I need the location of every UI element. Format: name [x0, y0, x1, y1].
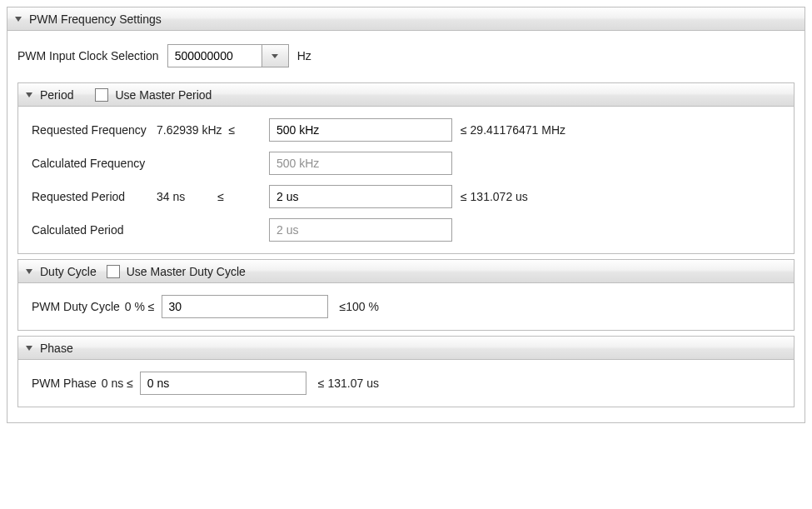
clock-input[interactable] — [168, 45, 262, 67]
duty-cycle-title: Duty Cycle — [40, 265, 97, 278]
period-body: Requested Frequency 7.62939 kHz ≤ ≤ 29.4… — [18, 107, 794, 253]
use-master-duty-checkbox[interactable] — [107, 265, 120, 278]
requested-period-label: Requested Period — [32, 190, 157, 203]
use-master-period-checkbox[interactable] — [95, 88, 108, 102]
calculated-period-row: Calculated Period — [32, 218, 780, 242]
requested-period-input[interactable] — [269, 185, 452, 208]
phase-row: PWM Phase 0 ns ≤ ≤ 131.07 us — [32, 372, 780, 395]
pwm-frequency-settings-title: PWM Frequency Settings — [29, 12, 162, 26]
duty-cycle-body: PWM Duty Cycle 0 % ≤ ≤100 % — [18, 283, 794, 330]
calculated-frequency-row: Calculated Frequency — [32, 152, 780, 175]
duty-cycle-min: 0 % ≤ — [125, 300, 155, 313]
duty-cycle-row: PWM Duty Cycle 0 % ≤ ≤100 % — [32, 295, 780, 318]
pwm-frequency-settings-body: PWM Input Clock Selection Hz Period Use … — [7, 31, 805, 422]
caret-down-icon — [14, 15, 22, 23]
svg-marker-3 — [26, 269, 32, 274]
caret-down-icon — [25, 344, 33, 352]
period-header[interactable]: Period Use Master Period — [18, 83, 794, 107]
calculated-frequency-value — [269, 152, 452, 175]
phase-body: PWM Phase 0 ns ≤ ≤ 131.07 us — [18, 360, 794, 407]
requested-frequency-row: Requested Frequency 7.62939 kHz ≤ ≤ 29.4… — [32, 118, 780, 142]
clock-label: PWM Input Clock Selection — [17, 49, 159, 62]
svg-marker-4 — [26, 346, 32, 351]
clock-row: PWM Input Clock Selection Hz — [17, 44, 795, 67]
duty-cycle-max: ≤100 % — [340, 300, 379, 313]
requested-period-min: 34 ns ≤ — [157, 190, 269, 203]
clock-dropdown-button[interactable] — [262, 45, 288, 67]
svg-marker-0 — [15, 17, 22, 22]
caret-down-icon — [25, 91, 33, 99]
duty-cycle-input[interactable] — [162, 295, 328, 318]
requested-frequency-input[interactable] — [269, 118, 452, 142]
period-panel: Period Use Master Period Requested Frequ… — [17, 82, 795, 254]
phase-title: Phase — [40, 342, 73, 355]
pwm-frequency-settings-panel: PWM Frequency Settings PWM Input Clock S… — [7, 7, 805, 423]
caret-down-icon — [25, 267, 33, 276]
calculated-period-label: Calculated Period — [32, 223, 157, 237]
requested-period-max: ≤ 131.072 us — [452, 190, 528, 203]
svg-marker-1 — [271, 54, 278, 58]
phase-min: 0 ns ≤ — [102, 377, 133, 390]
pwm-frequency-settings-header[interactable]: PWM Frequency Settings — [7, 7, 805, 31]
clock-combo[interactable] — [167, 44, 289, 67]
duty-cycle-label: PWM Duty Cycle — [32, 300, 120, 313]
requested-frequency-min: 7.62939 kHz ≤ — [157, 123, 269, 137]
calculated-period-value — [269, 218, 452, 242]
calculated-frequency-label: Calculated Frequency — [32, 157, 157, 170]
phase-max: ≤ 131.07 us — [318, 377, 379, 390]
requested-frequency-label: Requested Frequency — [32, 123, 157, 137]
phase-panel: Phase PWM Phase 0 ns ≤ ≤ 131.07 us — [17, 336, 795, 407]
phase-label: PWM Phase — [32, 377, 97, 390]
requested-period-row: Requested Period 34 ns ≤ ≤ 131.072 us — [32, 185, 780, 208]
phase-header[interactable]: Phase — [18, 337, 794, 360]
phase-input[interactable] — [140, 372, 306, 395]
duty-cycle-panel: Duty Cycle Use Master Duty Cycle PWM Dut… — [17, 259, 795, 331]
requested-frequency-max: ≤ 29.41176471 MHz — [452, 123, 565, 137]
clock-unit: Hz — [297, 49, 311, 62]
period-title: Period — [40, 88, 73, 102]
duty-cycle-header[interactable]: Duty Cycle Use Master Duty Cycle — [18, 260, 794, 283]
use-master-duty-label: Use Master Duty Cycle — [127, 265, 246, 278]
svg-marker-2 — [26, 92, 32, 97]
use-master-period-label: Use Master Period — [115, 88, 212, 102]
